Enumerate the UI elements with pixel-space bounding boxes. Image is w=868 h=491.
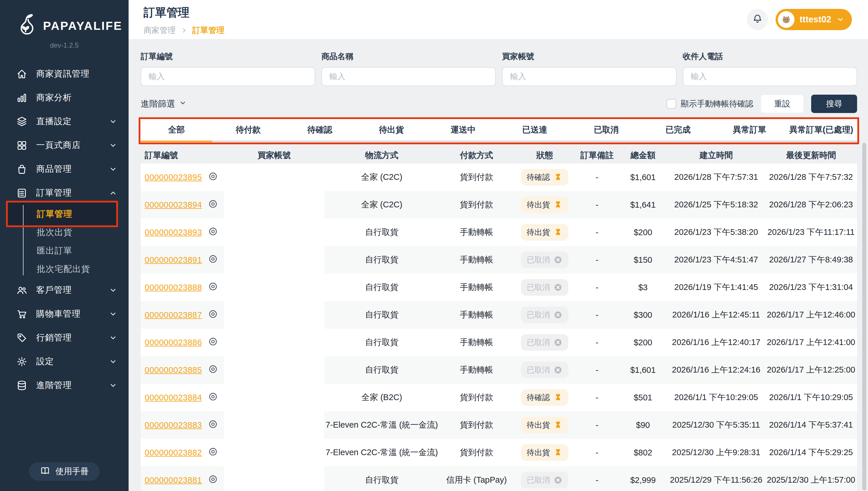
title-block: 訂單管理 商家管理 訂單管理 — [143, 3, 224, 36]
order-number-link[interactable]: 000000023887 — [145, 310, 202, 320]
order-number-link[interactable]: 000000023891 — [145, 255, 202, 265]
view-order-button[interactable] — [207, 419, 219, 431]
sidebar-subitem-批次出貨[interactable]: 批次出貨 — [0, 223, 129, 241]
order-number-link[interactable]: 000000023883 — [145, 421, 202, 430]
reset-button[interactable]: 重設 — [761, 95, 804, 113]
chevron-down-icon — [109, 358, 117, 366]
advanced-filter-label: 進階篩選 — [141, 98, 175, 110]
order-number-link[interactable]: 000000023888 — [145, 283, 202, 292]
order-number-link[interactable]: 000000023894 — [145, 200, 202, 210]
filter-input-2[interactable] — [322, 67, 496, 86]
created-time-cell: 2026/1/16 上午12:40:17 — [667, 329, 765, 356]
sidebar-item-tag[interactable]: 行銷管理 — [0, 326, 129, 350]
sidebar-item-home[interactable]: 商家資訊管理 — [0, 62, 129, 86]
chevron-down-icon — [179, 99, 187, 109]
view-order-button[interactable] — [207, 474, 219, 486]
status-badge: 待確認 — [521, 169, 568, 185]
filter-input-1[interactable] — [141, 67, 315, 86]
page-title: 訂單管理 — [143, 5, 224, 20]
tab-異常訂單[interactable]: 異常訂單 — [714, 119, 786, 142]
tab-已取消[interactable]: 已取消 — [571, 119, 642, 142]
content: 訂單編號商品名稱買家帳號收件人電話 進階篩選 顯示手動轉帳待確認 重設 搜尋 — [129, 39, 868, 491]
sidebar-subitem-批次宅配出貨[interactable]: 批次宅配出貨 — [0, 260, 129, 278]
view-order-button[interactable] — [207, 282, 219, 293]
order-note-cell: - — [575, 301, 619, 329]
filter-input-3[interactable] — [502, 67, 677, 86]
manual-transfer-checkbox-row[interactable]: 顯示手動轉帳待確認 — [667, 98, 753, 109]
sidebar-item-users[interactable]: 客戶管理 — [0, 278, 129, 302]
table-body: 000000023895全家 (C2C)貨到付款待確認-$1,6012026/1… — [141, 164, 857, 491]
breadcrumb-root[interactable]: 商家管理 — [143, 25, 176, 36]
view-order-button[interactable] — [207, 364, 219, 376]
sidebar-item-db[interactable]: 進階管理 — [0, 373, 129, 397]
home-icon — [16, 68, 28, 80]
view-order-button[interactable] — [207, 199, 219, 210]
created-time-cell: 2026/1/23 下午5:38:20 — [667, 219, 765, 246]
status-cell: 待確認 — [514, 384, 575, 411]
sidebar-item-cart[interactable]: 購物車管理 — [0, 302, 129, 326]
order-number-link[interactable]: 000000023886 — [145, 338, 202, 347]
order-number-link[interactable]: 000000023885 — [145, 365, 202, 375]
order-number-link[interactable]: 000000023881 — [145, 475, 202, 485]
tab-異常訂單(已處理)[interactable]: 異常訂單(已處理) — [785, 119, 857, 142]
tab-全部[interactable]: 全部 — [141, 119, 212, 142]
sidebar-item-gear[interactable]: 設定 — [0, 350, 129, 373]
logistics-cell: 自行取貨 — [324, 301, 439, 329]
buyer-account-cell — [224, 191, 324, 219]
tab-待出貨[interactable]: 待出貨 — [356, 119, 427, 142]
notifications-button[interactable] — [747, 9, 768, 30]
tab-待付款[interactable]: 待付款 — [212, 119, 284, 142]
sidebar-item-grid[interactable]: 一頁式商店 — [0, 133, 129, 157]
filter-input-4[interactable] — [683, 67, 858, 86]
order-number-link[interactable]: 000000023884 — [145, 393, 202, 402]
status-badge: 待出貨 — [521, 197, 568, 213]
tab-已完成[interactable]: 已完成 — [642, 119, 714, 142]
scrollbar-track — [862, 143, 866, 490]
user-menu-button[interactable]: tttest02 — [776, 9, 852, 30]
status-badge: 已取消 — [521, 252, 568, 268]
sidebar-subitem-匯出訂單[interactable]: 匯出訂單 — [0, 241, 129, 260]
chevron-down-icon — [109, 118, 117, 126]
tab-已送達[interactable]: 已送達 — [499, 119, 571, 142]
sidebar-subitem-訂單管理[interactable]: 訂單管理 — [8, 203, 116, 225]
updated-time-cell: 2026/1/17 上午12:41:00 — [765, 329, 857, 356]
logistics-cell: 自行取貨 — [324, 329, 439, 356]
total-amount-cell: $501 — [619, 384, 667, 411]
view-order-button[interactable] — [207, 309, 219, 321]
eye-icon — [208, 364, 218, 376]
order-number-link[interactable]: 000000023882 — [145, 448, 202, 457]
topbar-actions: tttest02 — [747, 9, 852, 30]
sidebar-item-label: 行銷管理 — [36, 332, 101, 344]
view-order-button[interactable] — [207, 227, 219, 238]
total-amount-cell: $1,601 — [619, 356, 667, 384]
sidebar-item-order[interactable]: 訂單管理 — [0, 181, 129, 205]
scrollbar-thumb[interactable] — [862, 143, 866, 490]
view-order-button[interactable] — [207, 337, 219, 348]
view-order-button[interactable] — [207, 392, 219, 403]
view-order-button[interactable] — [207, 172, 219, 183]
eye-icon — [208, 419, 218, 431]
order-number-link[interactable]: 000000023895 — [145, 173, 202, 182]
manual-transfer-checkbox[interactable] — [667, 99, 676, 109]
search-button[interactable]: 搜尋 — [811, 95, 857, 113]
breadcrumb: 商家管理 訂單管理 — [143, 25, 224, 36]
view-order-button[interactable] — [207, 254, 219, 266]
view-order-button[interactable] — [207, 447, 219, 458]
created-time-cell: 2026/1/25 下午5:18:32 — [667, 191, 765, 219]
column-header-付款方式: 付款方式 — [439, 150, 514, 161]
tab-待確認[interactable]: 待確認 — [284, 119, 356, 142]
order-number-link[interactable]: 000000023893 — [145, 228, 202, 237]
advanced-filter-toggle[interactable]: 進階篩選 — [141, 98, 187, 110]
tab-運送中[interactable]: 運送中 — [427, 119, 499, 142]
payment-cell: 信用卡 (TapPay) — [439, 466, 514, 491]
sidebar-item-bag[interactable]: 商品管理 — [0, 157, 129, 181]
filter-buttons: 顯示手動轉帳待確認 重設 搜尋 — [667, 95, 857, 113]
user-manual-button[interactable]: 使用手冊 — [29, 462, 100, 481]
filter-field-1: 訂單編號 — [141, 51, 315, 86]
sidebar-item-chart[interactable]: 商家分析 — [0, 86, 129, 110]
papaya-pear-icon — [12, 11, 39, 40]
order-note-cell: - — [575, 411, 619, 439]
logistics-cell: 全家 (B2C) — [324, 384, 439, 411]
status-cell: 待出貨 — [514, 191, 575, 219]
sidebar-item-layers[interactable]: 直播設定 — [0, 110, 129, 133]
